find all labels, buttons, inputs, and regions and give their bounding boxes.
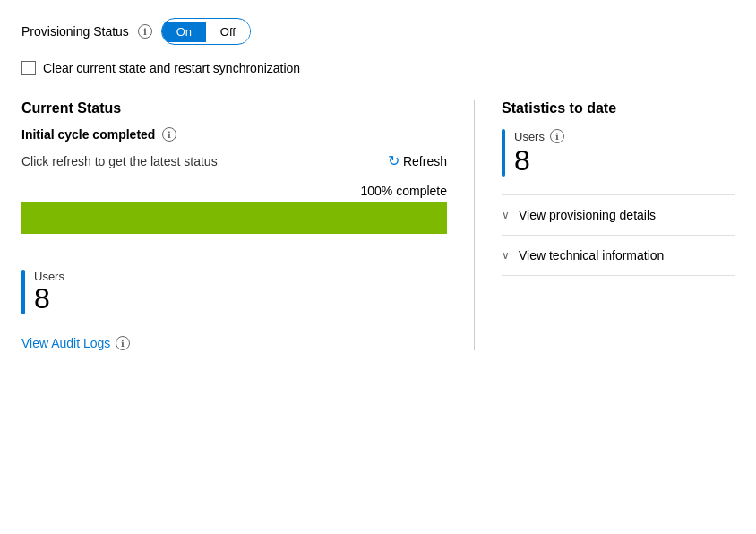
clear-state-label: Clear current state and restart synchron…: [43, 61, 300, 75]
right-users-stat: Users ℹ 8: [502, 129, 735, 177]
stats-to-date-title: Statistics to date: [502, 100, 735, 116]
provisioning-status-label: Provisioning Status: [21, 24, 129, 39]
refresh-icon: ↻: [388, 152, 399, 169]
technical-info-label: View technical information: [519, 248, 664, 263]
toggle-on-option[interactable]: On: [162, 22, 206, 42]
audit-logs-link[interactable]: View Audit Logs ℹ: [21, 336, 447, 350]
toggle-off-option[interactable]: Off: [206, 22, 250, 42]
clear-state-row: Clear current state and restart synchron…: [21, 61, 735, 75]
right-panel: Statistics to date Users ℹ 8 ∨ View prov…: [475, 100, 735, 350]
view-provisioning-details-item[interactable]: ∨ View provisioning details: [502, 194, 735, 235]
technical-info-chevron: ∨: [502, 249, 510, 262]
left-users-stat: Users 8: [21, 270, 447, 314]
refresh-button[interactable]: ↻ Refresh: [388, 152, 447, 169]
audit-link-label: View Audit Logs: [21, 336, 110, 350]
stat-content: Users 8: [34, 270, 64, 314]
refresh-hint: Click refresh to get the latest status: [21, 154, 218, 168]
left-panel: Current Status Initial cycle completed ℹ…: [21, 100, 475, 350]
cycle-info-icon[interactable]: ℹ: [162, 127, 176, 142]
cycle-row: Initial cycle completed ℹ: [21, 127, 447, 142]
left-users-label: Users: [34, 270, 64, 283]
provisioning-info-icon[interactable]: ℹ: [138, 24, 152, 39]
right-users-count: 8: [514, 145, 564, 177]
audit-info-icon[interactable]: ℹ: [116, 336, 130, 350]
right-users-label-row: Users ℹ: [514, 129, 564, 143]
provisioning-details-label: View provisioning details: [519, 208, 656, 222]
progress-label: 100% complete: [21, 184, 447, 198]
refresh-label: Refresh: [403, 154, 447, 168]
right-stat-content: Users ℹ 8: [514, 129, 564, 177]
refresh-row: Click refresh to get the latest status ↻…: [21, 152, 447, 169]
provisioning-status-row: Provisioning Status ℹ On Off: [21, 18, 735, 45]
right-users-info-icon[interactable]: ℹ: [550, 129, 564, 143]
right-users-label: Users: [514, 130, 545, 143]
progress-bar-fill: [21, 202, 447, 234]
stat-bar-left: [21, 270, 25, 314]
right-stat-bar: [502, 129, 505, 177]
progress-bar-container: [21, 202, 447, 234]
main-content: Current Status Initial cycle completed ℹ…: [21, 100, 735, 350]
cycle-label: Initial cycle completed: [21, 127, 155, 142]
current-status-title: Current Status: [21, 100, 447, 116]
provisioning-details-chevron: ∨: [502, 209, 510, 221]
view-technical-information-item[interactable]: ∨ View technical information: [502, 235, 735, 276]
left-users-count: 8: [34, 283, 64, 314]
provisioning-toggle[interactable]: On Off: [161, 18, 251, 45]
clear-state-checkbox[interactable]: [21, 61, 36, 75]
